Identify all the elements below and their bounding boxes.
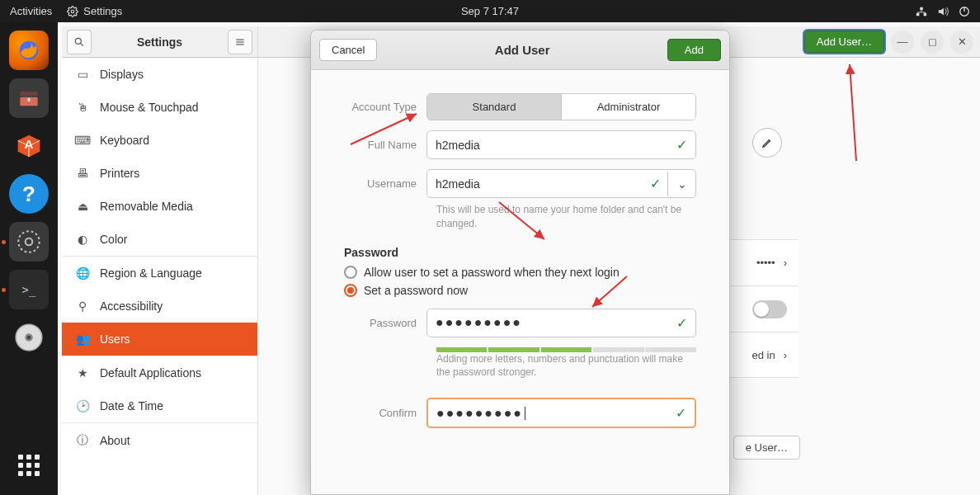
dock-settings[interactable]: [9, 222, 49, 262]
username-input[interactable]: h2media✓⌄: [426, 169, 696, 198]
cancel-button[interactable]: Cancel: [319, 39, 377, 61]
lastlogin-row[interactable]: ed in›: [724, 332, 799, 378]
sidebar-item-mouse[interactable]: 🖱Mouse & Touchpad: [62, 91, 257, 124]
activities-button[interactable]: Activities: [10, 5, 52, 17]
annotation-arrow: [841, 58, 866, 165]
username-value: h2media: [436, 177, 480, 191]
removable-icon: ⏏: [75, 200, 90, 213]
password-row[interactable]: •••••›: [724, 239, 799, 285]
gear-icon: [67, 6, 78, 17]
radio-icon: [344, 266, 357, 279]
username-dropdown[interactable]: ⌄: [667, 172, 695, 196]
confirm-label: Confirm: [344, 407, 426, 419]
add-button[interactable]: Add: [667, 39, 721, 61]
svg-point-0: [72, 10, 75, 13]
default-apps-icon: ★: [75, 366, 90, 380]
account-type-segment: Standard Administrator: [426, 93, 696, 120]
sidebar-item-label: Keyboard: [100, 134, 149, 147]
sidebar-item-about[interactable]: ⓘAbout: [62, 422, 257, 458]
svg-rect-1: [920, 7, 923, 10]
sidebar-item-label: Mouse & Touchpad: [100, 101, 199, 114]
sidebar-item-keyboard[interactable]: ⌨Keyboard: [62, 124, 257, 157]
power-icon[interactable]: [959, 6, 970, 17]
svg-rect-9: [28, 98, 31, 101]
administrator-option[interactable]: Administrator: [562, 94, 695, 120]
dock: A ? >_: [0, 22, 58, 495]
svg-line-18: [80, 43, 82, 45]
sidebar-item-accessibility[interactable]: ⚲Accessibility: [62, 290, 257, 323]
fullname-input[interactable]: h2media✓: [426, 130, 696, 159]
sidebar-item-label: Displays: [100, 68, 144, 81]
sidebar-item-removable[interactable]: ⏏Removable Media: [62, 190, 257, 223]
svg-rect-7: [20, 92, 37, 96]
settings-title: Settings: [97, 35, 223, 49]
password-heading: Password: [344, 246, 696, 259]
current-app[interactable]: Settings: [67, 5, 122, 17]
sidebar-item-users[interactable]: 👥Users: [62, 323, 257, 356]
dock-help[interactable]: ?: [9, 174, 49, 214]
sidebar-item-label: Users: [100, 332, 130, 346]
sidebar-item-displays[interactable]: ▭Displays: [62, 58, 257, 91]
svg-point-16: [27, 336, 31, 340]
check-icon: ✓: [676, 405, 686, 421]
search-icon: [73, 36, 85, 48]
about-icon: ⓘ: [75, 433, 90, 448]
sidebar-item-datetime[interactable]: 🕑Date & Time: [62, 389, 257, 422]
lastlogin-label: ed in: [751, 349, 775, 361]
display-icon: ▭: [75, 68, 90, 81]
dock-disc[interactable]: [9, 318, 49, 357]
dock-firefox[interactable]: [9, 31, 49, 70]
add-user-dialog: Cancel Add User Add Account Type Standar…: [310, 30, 730, 495]
password-value: ●●●●●●●●●: [436, 315, 522, 330]
confirm-value: ●●●●●●●●●: [436, 406, 523, 421]
sidebar-item-label: Printers: [100, 167, 139, 180]
check-icon: ✓: [676, 315, 687, 331]
maximize-button[interactable]: ◻: [921, 31, 944, 54]
sidebar-item-color[interactable]: ◐Color: [62, 223, 257, 256]
sidebar-item-default-apps[interactable]: ★Default Applications: [62, 356, 257, 389]
user-details-card: •••••› ed in›: [724, 239, 799, 378]
hamburger-icon: [234, 36, 246, 48]
confirm-input[interactable]: ●●●●●●●●●✓: [426, 398, 696, 428]
dock-software[interactable]: A: [9, 126, 49, 166]
sidebar-item-printers[interactable]: 🖶Printers: [62, 157, 257, 190]
color-icon: ◐: [75, 233, 90, 246]
chevron-right-icon: ›: [784, 257, 787, 269]
clock[interactable]: Sep 7 17:47: [461, 5, 519, 17]
minimize-button[interactable]: —: [891, 31, 914, 54]
sidebar-item-label: Region & Language: [100, 266, 202, 280]
remove-user-button[interactable]: e User…: [733, 436, 800, 460]
chevron-right-icon: ›: [784, 349, 787, 361]
radio-later-label: Allow user to set a password when they n…: [364, 266, 620, 279]
check-icon: ✓: [650, 176, 661, 191]
text-cursor: [525, 407, 525, 420]
menu-button[interactable]: [228, 30, 252, 54]
dock-files[interactable]: [9, 78, 49, 118]
autologin-toggle[interactable]: [752, 300, 787, 318]
radio-now[interactable]: Set a password now: [344, 284, 696, 297]
users-icon: 👥: [75, 332, 90, 346]
add-user-button[interactable]: Add User…: [804, 31, 884, 53]
edit-avatar-button[interactable]: [752, 128, 782, 158]
printer-icon: 🖶: [75, 167, 90, 180]
sidebar-item-label: Accessibility: [100, 299, 163, 313]
pencil-icon: [761, 137, 773, 148]
radio-icon: [344, 284, 357, 297]
password-label: Password: [344, 317, 426, 329]
username-hint: This will be used to name your home fold…: [436, 203, 696, 231]
sidebar-item-region[interactable]: 🌐Region & Language: [62, 256, 257, 290]
dock-terminal[interactable]: >_: [9, 270, 49, 309]
svg-point-12: [18, 231, 40, 252]
standard-option[interactable]: Standard: [427, 94, 562, 120]
password-input[interactable]: ●●●●●●●●●✓: [426, 309, 696, 337]
svg-point-17: [75, 38, 81, 44]
dialog-header: Cancel Add User Add: [311, 31, 729, 70]
close-button[interactable]: ✕: [950, 31, 973, 54]
network-icon[interactable]: [916, 6, 927, 17]
volume-icon[interactable]: [937, 6, 949, 17]
autologin-row: [724, 285, 799, 332]
radio-later[interactable]: Allow user to set a password when they n…: [344, 266, 696, 279]
search-button[interactable]: [67, 30, 92, 54]
dock-apps[interactable]: [9, 446, 49, 485]
password-strength: [436, 347, 696, 352]
